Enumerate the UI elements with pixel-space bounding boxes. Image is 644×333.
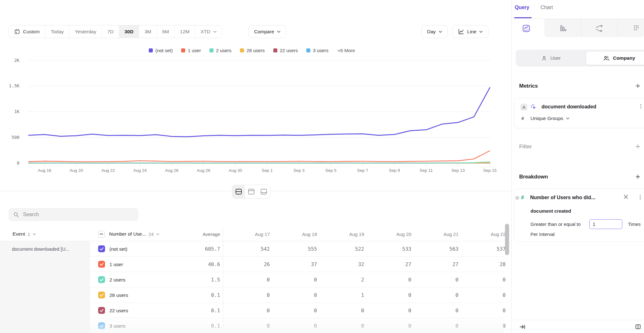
table-scrollbar[interactable] — [505, 224, 509, 255]
range-xtd[interactable]: XTD — [195, 25, 222, 38]
chart-type-flow-button[interactable] — [595, 24, 603, 33]
breakdown-kebab-button[interactable] — [638, 194, 643, 201]
checkbox-check-icon — [100, 263, 104, 266]
group-header-label: Number of Use... — [109, 231, 146, 237]
metric-event-name[interactable]: document downloaded — [541, 104, 596, 110]
search-input[interactable] — [23, 212, 134, 217]
row-checkbox[interactable] — [98, 276, 105, 283]
range-yesterday[interactable]: Yesterday — [69, 25, 102, 38]
row-checkbox[interactable] — [98, 322, 105, 329]
add-breakdown-button[interactable] — [634, 173, 641, 180]
metric-card[interactable]: A document downloaded # Unique Groups — [514, 98, 644, 128]
compare-button[interactable]: Compare — [248, 25, 286, 38]
remove-breakdown-button[interactable] — [624, 194, 628, 200]
breakdown-heading: Breakdown — [519, 174, 548, 180]
range-30d[interactable]: 30D — [119, 25, 139, 38]
chevron-down-icon[interactable] — [156, 233, 159, 235]
add-metric-button[interactable] — [634, 82, 641, 89]
search-box — [8, 208, 138, 221]
tab-chart[interactable]: Chart — [541, 5, 553, 10]
chevron-down-icon — [439, 30, 442, 33]
value-cell: 563 — [411, 241, 458, 257]
layout-split-button[interactable] — [232, 185, 245, 198]
row-checkbox[interactable] — [98, 307, 105, 314]
interval-dropdown[interactable]: Day — [421, 25, 448, 38]
row-checkbox[interactable] — [98, 261, 105, 268]
row-label: 3 users — [109, 318, 125, 333]
x-axis-label: Sep 15 — [483, 168, 497, 173]
range-label: Yesterday — [75, 29, 96, 35]
date-column-header[interactable]: Aug 21 — [411, 227, 458, 241]
value-cell: 0 — [458, 272, 506, 287]
collapse-panel-button[interactable] — [519, 324, 526, 331]
indeterminate-checkbox[interactable] — [98, 231, 105, 237]
row-values: 263732272728 — [223, 257, 504, 272]
x-axis-label: Aug 18 — [38, 168, 51, 173]
tab-query[interactable]: Query — [515, 5, 529, 10]
query-panel: Query Chart User Company — [511, 0, 644, 333]
chart-type-dropdown[interactable]: Line — [452, 25, 488, 38]
row-label: 28 users — [109, 287, 128, 303]
row-checkbox[interactable] — [98, 292, 105, 298]
value-cell: 0 — [223, 303, 270, 318]
layout-top-button[interactable] — [245, 185, 258, 198]
layout-top-icon — [248, 188, 255, 195]
drag-handle-icon[interactable] — [515, 196, 519, 200]
date-column-header[interactable]: Aug 18 — [270, 227, 317, 241]
range-3m[interactable]: 3M — [139, 25, 157, 38]
split-panel-button[interactable] — [635, 324, 641, 331]
value-cell: 0 — [270, 318, 317, 333]
date-column-header[interactable]: Aug 17 — [223, 227, 270, 241]
value-cell: 27 — [411, 257, 458, 272]
company-icon — [603, 55, 610, 61]
checkbox-check-icon — [100, 278, 104, 281]
series-line — [29, 88, 490, 137]
date-column-header[interactable]: Aug 20 — [364, 227, 411, 241]
add-filter-button[interactable] — [634, 143, 641, 150]
range-7d[interactable]: 7D — [102, 25, 119, 38]
row-checkbox[interactable] — [98, 245, 105, 252]
date-column-header[interactable]: Aug 22 — [458, 227, 506, 241]
hash-icon: # — [521, 194, 524, 200]
chart-type-line-button[interactable] — [522, 24, 530, 33]
chart-type-separator — [617, 19, 618, 37]
layout-bottom-button[interactable] — [258, 185, 270, 198]
range-6m[interactable]: 6M — [157, 25, 175, 38]
range-12m[interactable]: 12M — [175, 25, 195, 38]
value-cell: 537 — [458, 241, 506, 257]
row-values: 000000 — [223, 303, 504, 318]
row-average: 0.1 — [170, 303, 220, 318]
panel-footer-border — [512, 320, 644, 320]
level-toggle-user[interactable]: User — [516, 50, 586, 67]
breakdown-condition[interactable]: Greater than or equal to — [530, 221, 580, 227]
plus-icon — [635, 83, 641, 89]
table-rows: (not set)605.75425555225335635371 user40… — [0, 241, 504, 333]
line-chart-icon — [458, 28, 464, 35]
breakdown-per-interval[interactable]: Per Interval — [530, 232, 555, 237]
breakdown-value-input[interactable] — [589, 219, 622, 229]
range-custom[interactable]: Custom — [9, 25, 45, 38]
event-column-header[interactable]: Event 1 — [13, 227, 36, 241]
metric-badge: A — [520, 104, 527, 111]
group-count: 24 — [148, 232, 154, 237]
breakdown-event[interactable]: document created — [530, 208, 571, 214]
range-today[interactable]: Today — [45, 25, 69, 38]
average-column-header[interactable]: Average — [170, 227, 220, 241]
metric-kebab-button[interactable] — [638, 103, 643, 110]
plus-icon — [635, 144, 641, 149]
breakdown-property[interactable]: Number of Users who did... — [530, 195, 621, 200]
x-axis-label: Sep 3 — [293, 168, 304, 173]
chart-type-label: Line — [467, 29, 476, 35]
line-chart-svg: 05001K1.5K2KAug 18Aug 20Aug 22Aug 24Aug … — [0, 44, 504, 176]
date-column-header[interactable]: Aug 19 — [317, 227, 364, 241]
level-toggle-company[interactable]: Company — [586, 52, 644, 65]
chart-type-grid-button[interactable] — [632, 24, 641, 33]
value-cell: 0 — [270, 303, 317, 318]
metric-measure-dropdown[interactable]: Unique Groups — [530, 116, 569, 121]
value-cell: 27 — [364, 257, 411, 272]
chart-type-bar-button[interactable] — [558, 24, 567, 33]
layout-toggle — [232, 185, 270, 199]
x-axis-label: Aug 24 — [133, 168, 147, 173]
layout-split-icon — [235, 188, 242, 195]
row-average: 1.5 — [170, 272, 220, 287]
